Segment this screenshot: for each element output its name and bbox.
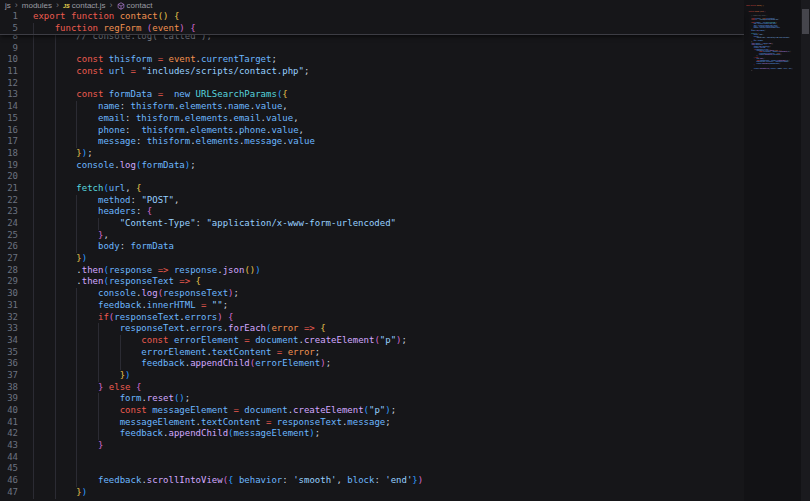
code-line[interactable]: 33responseText.errors.forEach(error => {	[0, 323, 744, 335]
line-number[interactable]: 47	[0, 487, 18, 499]
scrollbar-thumb[interactable]	[802, 9, 809, 34]
code-line[interactable]: 16phone: thisform.elements.phone.value,	[0, 125, 744, 137]
code-line[interactable]: 41messageElement.textContent = responseT…	[0, 417, 744, 429]
code-line[interactable]: 17message: thisform.elements.message.val…	[0, 136, 744, 148]
code-line[interactable]: 46feedback.scrollIntoView({ behavior: 's…	[0, 475, 744, 487]
line-number[interactable]: 11	[0, 66, 18, 78]
line-number[interactable]: 30	[0, 288, 18, 300]
code-token: const	[76, 89, 109, 99]
line-number[interactable]: 21	[0, 183, 18, 195]
line-number[interactable]: 25	[0, 230, 18, 242]
code-line[interactable]: 1export function contact() {	[0, 11, 744, 23]
line-number[interactable]: 5	[0, 23, 18, 35]
line-number[interactable]: 16	[0, 125, 18, 137]
code-line[interactable]: 20	[0, 171, 744, 183]
line-number[interactable]: 38	[0, 382, 18, 394]
code-line[interactable]: 27})	[0, 253, 744, 265]
minimap[interactable]: export function contact() {function regF…	[746, 5, 800, 85]
code-line[interactable]: 30console.log(responseText);	[0, 288, 744, 300]
line-number[interactable]: 43	[0, 440, 18, 452]
scrollbar-track[interactable]	[801, 0, 810, 501]
line-number[interactable]: 29	[0, 276, 18, 288]
line-number[interactable]: 28	[0, 265, 18, 277]
line-number[interactable]: 34	[0, 335, 18, 347]
code-line[interactable]: 40const messageElement = document.create…	[0, 405, 744, 417]
code-line[interactable]: 22method: "POST",	[0, 195, 744, 207]
code-line[interactable]: 12	[0, 78, 744, 90]
line-number[interactable]: 22	[0, 195, 18, 207]
line-number[interactable]: 10	[0, 54, 18, 66]
line-number[interactable]: 15	[0, 113, 18, 125]
code-token: :	[120, 101, 131, 111]
code-line[interactable]: 44	[0, 452, 744, 464]
line-number[interactable]: 40	[0, 405, 18, 417]
line-number[interactable]: 13	[0, 89, 18, 101]
line-number[interactable]: 45	[0, 463, 18, 475]
code-line[interactable]: 31feedback.innerHTML = "";	[0, 300, 744, 312]
line-number[interactable]: 27	[0, 253, 18, 265]
code-line[interactable]: 25},	[0, 230, 744, 242]
line-number[interactable]: 12	[0, 78, 18, 90]
line-number[interactable]: 32	[0, 312, 18, 324]
code-line[interactable]: 19console.log(formData);	[0, 160, 744, 172]
line-number[interactable]: 36	[0, 358, 18, 370]
code-line[interactable]: 43}	[0, 440, 744, 452]
code-line[interactable]: 35errorElement.textContent = error;	[0, 347, 744, 359]
line-number[interactable]: 35	[0, 347, 18, 359]
line-number[interactable]: 24	[0, 218, 18, 230]
line-number[interactable]: 23	[0, 206, 18, 218]
line-number[interactable]: 20	[0, 171, 18, 183]
line-number[interactable]: 9	[0, 43, 18, 55]
code-token: ;	[326, 358, 331, 368]
line-number[interactable]: 17	[0, 136, 18, 148]
line-number[interactable]: 1	[0, 11, 18, 23]
code-line[interactable]: 10const thisform = event.currentTarget;	[0, 54, 744, 66]
line-number[interactable]: 31	[0, 300, 18, 312]
code-token: value	[288, 136, 315, 146]
line-number[interactable]: 18	[0, 148, 18, 160]
code-token: )	[773, 43, 774, 44]
breadcrumb-symbol-contact[interactable]: contact	[117, 1, 153, 10]
line-number[interactable]: 42	[0, 428, 18, 440]
breadcrumb-folder-modules[interactable]: modules	[22, 1, 52, 10]
code-line[interactable]: 15email: thisform.elements.email.value,	[0, 113, 744, 125]
code-editor-content[interactable]: 8// console.log( called );910const thisf…	[0, 31, 744, 499]
line-number[interactable]: 41	[0, 417, 18, 429]
code-token: ;	[781, 54, 782, 55]
line-number[interactable]: 44	[0, 452, 18, 464]
code-line[interactable]: 18});	[0, 148, 744, 160]
code-line[interactable]: 21fetch(url, {	[0, 183, 744, 195]
code-line[interactable]: 13const formData = new URLSearchParams({	[0, 89, 744, 101]
code-line[interactable]: 45	[0, 463, 744, 475]
code-line[interactable]: 14name: thisform.elements.name.value,	[0, 101, 744, 113]
code-line[interactable]: 26body: formData	[0, 241, 744, 253]
line-number[interactable]: 14	[0, 101, 18, 113]
line-number[interactable]: 19	[0, 160, 18, 172]
code-line[interactable]: 23headers: {	[0, 206, 744, 218]
line-number[interactable]: 33	[0, 323, 18, 335]
breadcrumb-file-contact-js[interactable]: JS contact.js	[63, 1, 106, 10]
code-line[interactable]: 37})	[0, 370, 744, 382]
line-number[interactable]: 26	[0, 241, 18, 253]
code-token: {	[765, 11, 766, 12]
code-line[interactable]: 11const url = "includes/scripts/contact.…	[0, 66, 744, 78]
code-line[interactable]: 24"Content-Type": "application/x-www-for…	[0, 218, 744, 230]
line-number[interactable]: 39	[0, 393, 18, 405]
code-line[interactable]: 5function regForm (event) {	[0, 23, 744, 35]
sticky-scroll[interactable]: 1export function contact() {5function re…	[0, 11, 744, 35]
breadcrumb-folder-js[interactable]: js	[5, 1, 11, 10]
line-number[interactable]: 46	[0, 475, 18, 487]
code-line[interactable]: 47})	[0, 487, 744, 499]
code-line[interactable]: 32if(responseText.errors) {	[0, 312, 744, 324]
code-line[interactable]: 28.then(response => response.json())	[0, 265, 744, 277]
code-line[interactable]: 42feedback.appendChild(messageElement);	[0, 428, 744, 440]
line-number[interactable]: 37	[0, 370, 18, 382]
code-line[interactable]: 36feedback.appendChild(errorElement);	[0, 358, 744, 370]
code-line[interactable]: 38} else {	[0, 382, 744, 394]
code-token: feedback	[141, 358, 184, 368]
code-line[interactable]: 34const errorElement = document.createEl…	[0, 335, 744, 347]
code-token: =>	[158, 265, 169, 275]
code-line[interactable]: 9	[0, 43, 744, 55]
code-line[interactable]: 39form.reset();	[0, 393, 744, 405]
code-line[interactable]: 29.then(responseText => {	[0, 276, 744, 288]
